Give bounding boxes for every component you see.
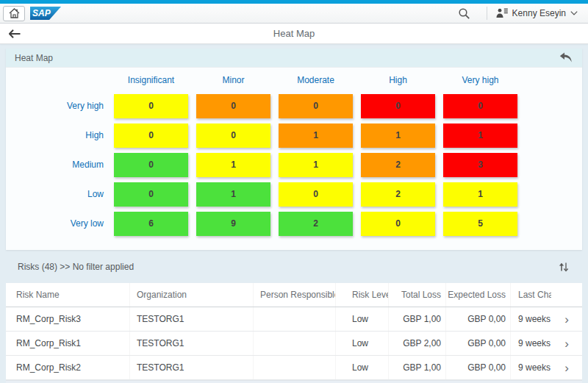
risks-filter-text: Risks (48) >> No filter applied (18, 262, 134, 272)
heatmap-cell-medium-insignificant[interactable]: 0 (114, 153, 188, 177)
cell-organization: TESTORG1 (129, 356, 253, 379)
chevron-right-icon[interactable]: › (564, 362, 569, 374)
heatmap-cell-medium-high[interactable]: 2 (361, 153, 435, 177)
sort-icon (557, 261, 570, 273)
heatmap-cell-high-very-high[interactable]: 1 (443, 124, 517, 148)
row-navigation[interactable]: › (551, 356, 582, 379)
cell-total-loss: GBP 2,00 (388, 332, 445, 355)
heatmap-col-label-high: High (361, 75, 443, 85)
cell-risk-name: RM_Corp_Risk3 (6, 307, 129, 331)
user-icon (496, 8, 508, 18)
chevron-right-icon[interactable]: › (564, 337, 569, 350)
page-title: Heat Map (0, 28, 588, 39)
heatmap-row-label-low: Low (6, 189, 114, 199)
user-menu[interactable]: Kenny Eseyin (493, 7, 581, 20)
heatmap-cell-low-very-high[interactable]: 1 (443, 182, 517, 207)
cell-expected-loss: GBP 0,00 (445, 356, 510, 379)
heatmap-cell-very-low-very-high[interactable]: 5 (443, 212, 517, 236)
back-arrow-icon (9, 29, 21, 38)
heatmap-row-label-high: High (6, 130, 114, 140)
heatmap-row-label-very-low: Very low (6, 218, 114, 229)
heatmap-grid: Very high00000High00111Medium01123Low010… (6, 91, 582, 238)
cell-person-responsible (253, 307, 335, 331)
heatmap-col-label-minor: Minor (196, 75, 279, 85)
heatmap-cell-low-moderate[interactable]: 0 (279, 182, 353, 207)
shell-separator (487, 7, 487, 20)
search-button[interactable] (448, 6, 481, 21)
column-header-spacer (551, 283, 582, 307)
row-navigation[interactable]: › (551, 332, 582, 355)
heatmap-cell-very-high-moderate[interactable]: 0 (279, 94, 353, 118)
risks-section-header: Risks (48) >> No filter applied (6, 250, 582, 283)
reset-filter-button[interactable] (558, 51, 575, 65)
sap-logo-text: SAP (32, 8, 51, 18)
shell-header: SAP Kenny Eseyin (0, 4, 588, 24)
table-partial-next-row (6, 380, 582, 383)
page-title-bar: Heat Map (0, 24, 588, 44)
table-row-rm-corp-risk2[interactable]: RM_Corp_Risk2TESTORG1LowGBP 1,00GBP 0,00… (6, 356, 582, 380)
row-navigation[interactable]: › (551, 307, 582, 331)
cell-organization: TESTORG1 (129, 307, 253, 331)
cell-risk-level: Low (335, 307, 388, 331)
heatmap-cell-low-insignificant[interactable]: 0 (114, 182, 188, 207)
cell-organization: TESTORG1 (129, 332, 253, 355)
heatmap-body: InsignificantMinorModerateHighVery high … (6, 68, 582, 250)
heatmap-col-label-moderate: Moderate (279, 75, 361, 85)
table-row-rm-corp-risk3[interactable]: RM_Corp_Risk3TESTORG1LowGBP 1,00GBP 0,00… (6, 307, 582, 332)
heatmap-row-very-low: Very low69205 (6, 209, 582, 238)
column-header-person-responsible: Person Responsible (253, 283, 335, 307)
risks-table-body: RM_Corp_Risk3TESTORG1LowGBP 1,00GBP 0,00… (6, 307, 582, 380)
cell-risk-name: RM_Corp_Risk2 (6, 356, 129, 379)
cell-person-responsible (253, 332, 335, 355)
back-button[interactable] (0, 26, 29, 41)
heatmap-cell-very-high-insignificant[interactable]: 0 (114, 94, 188, 118)
heatmap-cell-medium-very-high[interactable]: 3 (443, 153, 517, 177)
cell-total-loss: GBP 1,00 (388, 307, 445, 331)
column-header-organization: Organization (129, 283, 253, 307)
heatmap-cell-very-high-high[interactable]: 0 (361, 94, 435, 118)
chevron-down-icon (570, 11, 578, 15)
column-header-total-loss: Total Loss (388, 283, 445, 307)
cell-total-loss: GBP 1,00 (388, 356, 445, 379)
heatmap-cell-medium-minor[interactable]: 1 (196, 153, 270, 177)
user-name: Kenny Eseyin (512, 8, 566, 18)
heatmap-cell-high-high[interactable]: 1 (361, 124, 435, 148)
heatmap-cell-high-insignificant[interactable]: 0 (114, 124, 188, 148)
heatmap-cell-very-low-minor[interactable]: 9 (196, 212, 270, 236)
heatmap-cell-low-minor[interactable]: 1 (196, 182, 270, 207)
cell-risk-level: Low (335, 332, 388, 355)
heatmap-row-label-medium: Medium (6, 160, 114, 170)
heatmap-col-label-insignificant: Insignificant (114, 75, 196, 85)
heatmap-panel-title: Heat Map (15, 53, 53, 63)
heatmap-row-low: Low01021 (6, 179, 582, 209)
cell-risk-level: Low (335, 356, 388, 379)
heatmap-cell-very-high-minor[interactable]: 0 (196, 94, 270, 118)
chevron-right-icon[interactable]: › (564, 313, 569, 326)
heatmap-panel: Heat Map InsignificantMinorModerateHighV… (6, 49, 582, 250)
heatmap-cell-very-high-very-high[interactable]: 0 (443, 94, 517, 118)
heatmap-cell-very-low-high[interactable]: 0 (361, 212, 435, 236)
heatmap-cell-high-moderate[interactable]: 1 (279, 124, 353, 148)
column-header-expected-loss: Expected Loss (445, 283, 510, 307)
table-row-rm-corp-risk1[interactable]: RM_Corp_Risk1TESTORG1LowGBP 2,00GBP 0,00… (6, 332, 582, 356)
home-icon (9, 8, 20, 18)
sap-logo: SAP (30, 7, 61, 20)
risks-table-header-row: Risk NameOrganizationPerson ResponsibleR… (6, 283, 582, 307)
heatmap-cell-very-low-insignificant[interactable]: 6 (114, 212, 188, 236)
heatmap-row-medium: Medium01123 (6, 150, 582, 179)
risks-table: Risk NameOrganizationPerson ResponsibleR… (6, 283, 582, 383)
cell-last-changed: 9 weeks ago (510, 307, 551, 331)
column-header-risk-level: Risk Level (335, 283, 388, 307)
home-button[interactable] (3, 6, 25, 21)
cell-expected-loss: GBP 0,00 (445, 332, 510, 355)
page-content: Heat Map InsignificantMinorModerateHighV… (0, 44, 588, 383)
heatmap-row-very-high: Very high00000 (6, 91, 582, 121)
sort-button[interactable] (556, 259, 572, 274)
cell-last-changed: 9 weeks ago (510, 332, 551, 355)
heatmap-row-high: High00111 (6, 121, 582, 150)
heatmap-cell-very-low-moderate[interactable]: 2 (279, 212, 353, 236)
heatmap-cell-low-high[interactable]: 2 (361, 182, 435, 207)
cell-person-responsible (253, 356, 335, 379)
heatmap-cell-high-minor[interactable]: 0 (196, 124, 270, 148)
heatmap-cell-medium-moderate[interactable]: 1 (279, 153, 353, 177)
